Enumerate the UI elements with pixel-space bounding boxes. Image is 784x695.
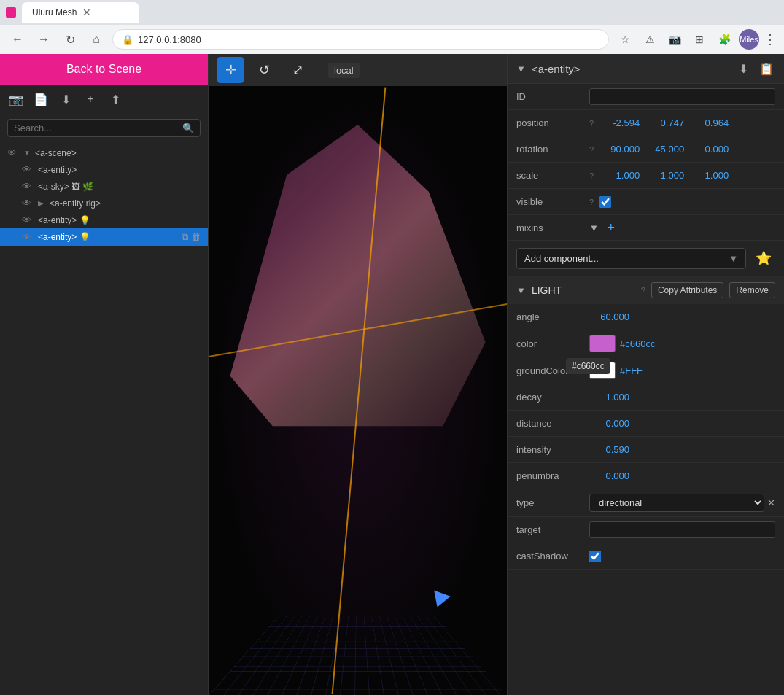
tree-label-selected: <a-entity> 💡: [38, 232, 177, 242]
intensity-value-container: 0.590: [589, 444, 775, 455]
decay-value-container: 1.000: [589, 392, 775, 403]
left-toolbar: 📷 📄 ⬇ + ⬆: [0, 85, 208, 114]
copy-entity-icon[interactable]: ⧉: [182, 231, 188, 243]
file-icon[interactable]: 📄: [32, 90, 50, 108]
angle-label: angle: [516, 311, 589, 322]
tree-item-entity-lamp1[interactable]: 👁 <a-entity> 💡: [0, 211, 208, 228]
eye-icon[interactable]: 👁: [22, 198, 34, 209]
visible-help-icon[interactable]: ?: [589, 198, 594, 206]
add-component-dropdown[interactable]: Add component... ▼: [516, 248, 746, 269]
lock-icon: 🔒: [122, 34, 133, 45]
component-help-icon[interactable]: ?: [641, 286, 645, 295]
groundcolor-row: groundColor #FFF: [508, 357, 784, 384]
type-clear-icon[interactable]: ✕: [767, 497, 775, 508]
address-bar[interactable]: 🔒 127.0.0.1:8080: [112, 29, 609, 50]
tree-label-scene: <a-scene>: [35, 148, 201, 158]
eye-icon[interactable]: 👁: [22, 164, 34, 175]
visible-checkbox[interactable]: [599, 196, 611, 208]
expand-icon[interactable]: ▶: [38, 199, 45, 207]
penumbra-value[interactable]: 0.000: [589, 470, 629, 481]
home-button[interactable]: ⌂: [86, 29, 106, 50]
import-icon[interactable]: ⬆: [106, 90, 124, 108]
rotation-x[interactable]: 90.000: [599, 144, 640, 155]
profile-button[interactable]: Miles: [739, 29, 759, 50]
expand-icon[interactable]: ▼: [23, 149, 31, 157]
bookmark-star-button[interactable]: ☆: [615, 29, 635, 50]
coord-space-label[interactable]: local: [328, 63, 360, 78]
groundcolor-hex-display[interactable]: #FFF: [620, 365, 643, 376]
scale-x[interactable]: 1.000: [599, 170, 640, 181]
rotation-z[interactable]: 0.000: [688, 144, 729, 155]
add-mixin-button[interactable]: +: [603, 220, 619, 236]
browser-titlebar: Uluru Mesh ✕: [0, 0, 784, 25]
forward-nav-button[interactable]: →: [34, 29, 54, 50]
target-input[interactable]: [589, 521, 775, 538]
extensions-icon-button[interactable]: 🧩: [714, 29, 734, 50]
tree-item-sky[interactable]: 👁 <a-sky> 🖼 🌿: [0, 178, 208, 195]
add-icon[interactable]: +: [82, 90, 99, 108]
eye-icon[interactable]: 👁: [7, 147, 19, 158]
scale-help-icon[interactable]: ?: [589, 171, 594, 180]
rotate-tool-button[interactable]: ↺: [251, 57, 277, 83]
position-help-icon[interactable]: ?: [589, 119, 594, 128]
browser-nav: ← → ↻ ⌂ 🔒 127.0.0.1:8080 ☆ ⚠ 📷 ⊞ 🧩 Miles…: [0, 25, 784, 54]
tree-item-entity1[interactable]: 👁 <a-entity>: [0, 161, 208, 178]
position-y[interactable]: 0.747: [644, 117, 684, 128]
remove-component-button[interactable]: Remove: [729, 282, 775, 298]
color-value-container: #c660cc: [589, 335, 775, 352]
id-input[interactable]: [589, 88, 775, 105]
tree-label-rig: <a-entity rig>: [50, 198, 201, 209]
scale-y[interactable]: 1.000: [644, 170, 684, 181]
reload-button[interactable]: ↻: [60, 29, 80, 50]
alert-icon-button[interactable]: ⚠: [640, 29, 660, 50]
favorites-icon-button[interactable]: ⭐: [752, 246, 775, 270]
position-z[interactable]: 0.964: [688, 117, 729, 128]
color-hex-display[interactable]: #c660cc: [620, 338, 655, 349]
scale-label: scale: [516, 170, 589, 181]
decay-value[interactable]: 1.000: [589, 392, 629, 403]
translate-tool-button[interactable]: ✛: [217, 57, 244, 83]
copy-attributes-button[interactable]: Copy Attributes: [651, 282, 723, 298]
rotation-help-icon[interactable]: ?: [589, 145, 594, 154]
add-component-label: Add component...: [524, 253, 599, 264]
component-name-label: LIGHT: [532, 284, 635, 296]
expand-entity-icon[interactable]: ▼: [516, 63, 526, 74]
search-container[interactable]: 🔍: [7, 119, 201, 137]
download-entity-icon[interactable]: ⬇: [734, 60, 752, 77]
download-icon[interactable]: ⬇: [57, 90, 74, 108]
menu-button[interactable]: ⋮: [764, 29, 777, 50]
castshadow-checkbox[interactable]: [589, 551, 601, 562]
tab-close-button[interactable]: ✕: [82, 7, 91, 18]
camera-icon[interactable]: 📷: [7, 90, 25, 108]
scale-z[interactable]: 1.000: [688, 170, 729, 181]
delete-entity-icon[interactable]: 🗑: [191, 231, 201, 243]
tree-item-scene[interactable]: 👁 ▼ <a-scene>: [0, 144, 208, 161]
eye-icon[interactable]: 👁: [22, 214, 34, 225]
copy-entity-code-icon[interactable]: 📋: [758, 60, 775, 77]
rotation-y[interactable]: 45.000: [644, 144, 684, 155]
position-x[interactable]: -2.594: [599, 117, 640, 128]
tree-item-rig[interactable]: 👁 ▶ <a-entity rig>: [0, 195, 208, 211]
eye-icon[interactable]: 👁: [22, 181, 34, 192]
rotation-value: 90.000 45.000 0.000: [599, 144, 775, 155]
type-select[interactable]: directional ambient hemisphere point spo…: [589, 494, 764, 512]
groundcolor-swatch[interactable]: [589, 362, 616, 379]
back-to-scene-button[interactable]: Back to Scene: [0, 54, 208, 85]
browser-tab[interactable]: Uluru Mesh ✕: [22, 2, 139, 23]
tree-item-entity-selected[interactable]: 👁 <a-entity> 💡 ⧉ 🗑: [0, 228, 208, 246]
angle-value[interactable]: 60.000: [589, 311, 629, 322]
back-nav-button[interactable]: ←: [7, 29, 28, 50]
color-swatch[interactable]: [589, 335, 616, 352]
eye-icon[interactable]: 👁: [22, 232, 34, 243]
distance-value[interactable]: 0.000: [589, 418, 629, 429]
scale-tool-button[interactable]: ⤢: [284, 57, 311, 83]
search-input[interactable]: [14, 123, 178, 133]
position-label: position: [516, 117, 589, 128]
grid-icon-button[interactable]: ⊞: [689, 29, 710, 50]
viewport-canvas[interactable]: [209, 86, 507, 695]
mixins-caret-icon[interactable]: ▼: [589, 222, 599, 233]
id-label: ID: [516, 91, 589, 102]
component-collapse-icon[interactable]: ▼: [516, 285, 526, 296]
intensity-value[interactable]: 0.590: [589, 444, 629, 455]
screenshot-icon-button[interactable]: 📷: [664, 29, 685, 50]
